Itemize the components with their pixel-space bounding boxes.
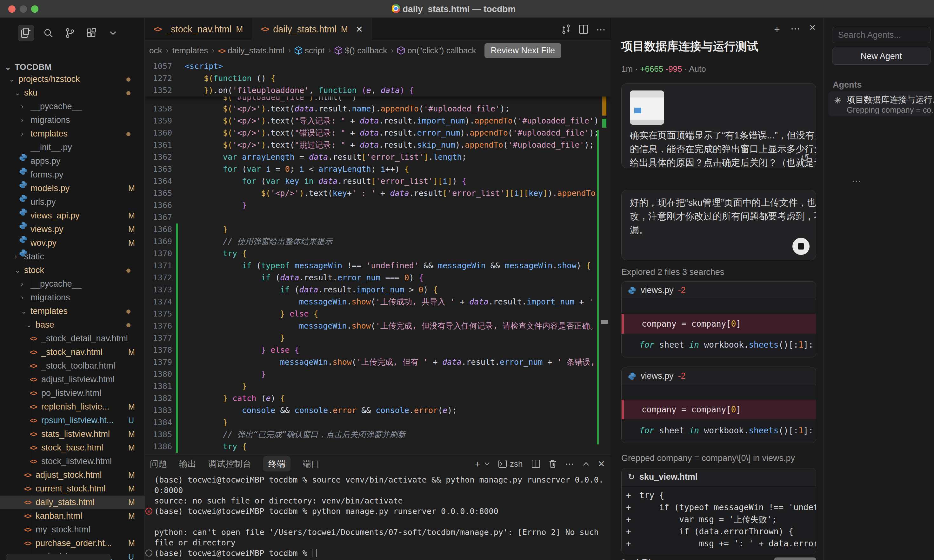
split-editor-icon[interactable]: [579, 25, 588, 34]
code-line: 1363for (var i = 0; i < arrayLength; i++…: [145, 163, 611, 175]
tab-_stock_nav.html[interactable]: <> _stock_nav.html M: [145, 18, 252, 41]
tab-daily_stats.html[interactable]: <> daily_stats.html M✕: [252, 18, 372, 41]
tree-item-purchase_order.ht...[interactable]: <>purchase_order.ht...M: [0, 537, 145, 550]
breadcrumb-item[interactable]: templates: [172, 46, 208, 55]
breadcrumb-item[interactable]: script: [295, 46, 325, 55]
tree-item-_stock_nav.html[interactable]: <>_stock_nav.htmlM: [0, 345, 145, 359]
views-chevron-icon[interactable]: [105, 25, 121, 41]
maximize-window-button[interactable]: [31, 5, 38, 13]
explorer-icon[interactable]: [18, 25, 34, 41]
diff-card-sku-view[interactable]: ↻ sku_view.html +try {+ if (typeof messa…: [621, 468, 816, 554]
explored-summary[interactable]: Explored 2 files 3 searches: [621, 267, 724, 277]
more-actions-icon[interactable]: ⋯: [596, 24, 606, 35]
tree-item-adjust_stock.html[interactable]: <>adjust_stock.htmlM: [0, 468, 145, 482]
stop-queued-message-button[interactable]: [792, 238, 809, 255]
file-label: replenish_listvie...: [41, 402, 109, 412]
code-line: 1375} else {: [145, 308, 611, 320]
diff-card-views-py[interactable]: views.py -2 company = company[0] for she…: [621, 281, 816, 357]
close-panel-icon[interactable]: ✕: [598, 459, 605, 469]
files-chevron-icon[interactable]: ❯: [621, 558, 628, 560]
close-chat-icon[interactable]: ✕: [809, 23, 816, 36]
tree-item-adjust_listview.html[interactable]: <>adjust_listview.html: [0, 373, 145, 386]
tree-item-stock_base.html[interactable]: <>stock_base.htmlM: [0, 441, 145, 455]
workspace-section-header[interactable]: ⌄ TOCDBM: [5, 62, 52, 72]
chat-more-icon[interactable]: ⋯: [791, 23, 800, 36]
tree-item-stock[interactable]: ⌄stock: [0, 263, 145, 277]
diff-file-header[interactable]: views.py -2: [622, 282, 816, 299]
tree-item-_stock_detail_nav.html[interactable]: <>_stock_detail_nav.html: [0, 332, 145, 345]
panel-tab-端口[interactable]: 端口: [303, 458, 320, 469]
compare-changes-icon[interactable]: [561, 25, 571, 34]
panel-tab-问题[interactable]: 问题: [150, 458, 167, 469]
tree-item-__pycache__[interactable]: ›__pycache__: [0, 100, 145, 113]
tree-item-migrations[interactable]: ›migrations: [0, 113, 145, 127]
agents-more-icon[interactable]: ⋯: [852, 175, 861, 186]
minimize-window-button[interactable]: [20, 5, 27, 13]
code-line: 1369// 使用弹窗给出整体结果提示: [145, 235, 611, 248]
tree-item-po_listview.html[interactable]: <>po_listview.html: [0, 386, 145, 400]
panel-tab-调试控制台[interactable]: 调试控制台: [208, 458, 251, 469]
tree-item-sku[interactable]: ⌄sku: [0, 86, 145, 100]
html-file-icon: <>: [30, 375, 37, 384]
user-message-card[interactable]: 确实在页面顶端显示了“有1条错误...”，但没有显示具体的信息，能否在完成的弹出…: [621, 83, 816, 168]
breadcrumb-item[interactable]: $() callback: [335, 46, 387, 55]
breadcrumb-item[interactable]: <>daily_stats.html: [218, 46, 285, 55]
terminal-output[interactable]: (base) tocwei@tocweiMBP tocdbm % source …: [145, 473, 611, 558]
attached-screenshot-thumbnail[interactable]: [630, 91, 664, 125]
split-terminal-icon[interactable]: [532, 460, 540, 468]
review-next-file-button[interactable]: Review Next File: [485, 43, 562, 58]
panel-tab-终端[interactable]: 终端: [263, 456, 291, 471]
tree-item-static[interactable]: ›static: [0, 250, 145, 263]
agent-list-item[interactable]: ✳ 项目数据库连接与运行... Grepping company = co...: [828, 91, 932, 116]
user-message-card-queued[interactable]: 好的，现在把“sku管理”页面中的上传文件，也做同样修改，注意刚才你改过的所有问…: [621, 190, 816, 260]
close-tab-icon[interactable]: ✕: [355, 24, 363, 35]
tree-item-stock_listview.html[interactable]: <>stock_listview.html: [0, 455, 145, 468]
tree-item-templates[interactable]: ⌄templates: [0, 305, 145, 318]
code-editor[interactable]: 1057<script>1272$(function () {1352}).on…: [145, 60, 611, 455]
grepped-summary[interactable]: Grepped company = company\[0\] in views.…: [621, 453, 795, 463]
maximize-panel-icon[interactable]: [583, 462, 589, 466]
new-chat-icon[interactable]: ＋: [772, 23, 782, 36]
kill-terminal-icon[interactable]: [549, 460, 557, 468]
section-chevron-icon: ⌄: [5, 62, 11, 72]
tree-item-__pycache__[interactable]: ›__pycache__: [0, 277, 145, 291]
tree-item-stats_listview.html[interactable]: <>stats_listview.htmlM: [0, 427, 145, 441]
overview-ruler[interactable]: [597, 60, 611, 455]
review-button[interactable]: Review: [774, 557, 816, 560]
breadcrumb-item[interactable]: on("click") callback: [397, 46, 476, 55]
shell-badge[interactable]: zsh: [499, 459, 523, 469]
search-agents-input[interactable]: Search Agents...: [832, 27, 931, 43]
git-added-gutter: [176, 441, 178, 453]
tree-item-kanban.html[interactable]: <>kanban.htmlM: [0, 509, 145, 523]
python-file-icon: [628, 286, 636, 295]
extensions-icon[interactable]: [83, 25, 100, 41]
diff-card-views-py[interactable]: views.py -2 company = company[0] for she…: [621, 367, 816, 443]
diff-file-header[interactable]: views.py -2: [622, 367, 816, 385]
restore-checkpoint-icon[interactable]: ↺: [801, 151, 810, 164]
tree-item-base[interactable]: ⌄base: [0, 318, 145, 332]
tree-item-current_stock.html[interactable]: <>current_stock.htmlM: [0, 482, 145, 495]
tree-item-daily_stats.html[interactable]: <>daily_stats.htmlM: [0, 495, 145, 509]
panel-tab-输出[interactable]: 输出: [179, 458, 196, 469]
tree-item-wov.py[interactable]: wov.pyM: [0, 236, 145, 250]
panel-more-icon[interactable]: ⋯: [565, 459, 574, 469]
diff-body: +try {+ if (typeof messageWin !== 'undef…: [622, 486, 816, 554]
html-file-icon: <>: [30, 430, 37, 438]
breadcrumb-item[interactable]: ock: [149, 46, 162, 55]
tree-item-replenish_listvie...[interactable]: <>replenish_listvie...M: [0, 400, 145, 414]
tree-item-migrations[interactable]: ›migrations: [0, 291, 145, 305]
close-window-button[interactable]: [8, 5, 15, 13]
tree-item-_stock_toolbar.html[interactable]: <>_stock_toolbar.html: [0, 359, 145, 373]
files-count[interactable]: 4 Files: [635, 557, 660, 560]
new-agent-button[interactable]: New Agent: [832, 48, 931, 65]
new-terminal-icon[interactable]: ＋: [473, 458, 489, 470]
html-file-icon: <>: [30, 335, 37, 343]
tree-item-projects-hzstock[interactable]: ⌄projects/hzstock: [0, 72, 145, 86]
tree-item-rpsum_listview.ht...[interactable]: <>rpsum_listview.ht...U: [0, 414, 145, 427]
search-icon[interactable]: [40, 25, 57, 41]
tree-item-my_stock.html[interactable]: <>my_stock.html: [0, 523, 145, 537]
breadcrumbs[interactable]: ock›templates›<>daily_stats.html›script›…: [145, 41, 611, 60]
git-added-gutter: [176, 392, 178, 405]
source-control-icon[interactable]: [62, 25, 78, 41]
diff-file-header[interactable]: ↻ sku_view.html: [622, 468, 816, 486]
